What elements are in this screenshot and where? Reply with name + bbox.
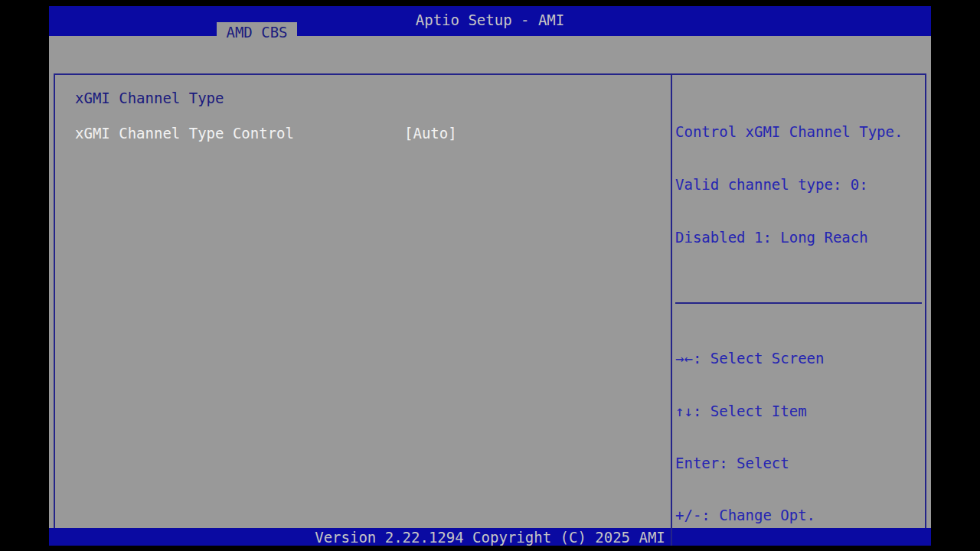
setup-body: xGMI Channel Type xGMI Channel Type Cont…	[49, 36, 931, 528]
menu-section-title: xGMI Channel Type	[75, 90, 224, 106]
tab-amd-cbs-label: AMD CBS	[226, 24, 287, 41]
setup-title: Aptio Setup - AMI	[49, 11, 931, 28]
hotkey-select-screen: →←: Select Screen	[675, 350, 928, 367]
hotkey-select-item: ↑↓: Select Item	[675, 403, 928, 420]
version-bar: Version 2.22.1294 Copyright (C) 2025 AMI	[49, 528, 931, 546]
menu-item-label: xGMI Channel Type Control	[75, 125, 294, 142]
hotkey-change-opt: +/-: Change Opt.	[675, 507, 928, 524]
menu-item-xgmi-channel-type-control[interactable]: xGMI Channel Type Control [Auto]	[49, 125, 671, 142]
bios-setup-screen: Aptio Setup - AMI AMD CBS xGMI Channel T…	[49, 6, 931, 546]
title-bar: Aptio Setup - AMI	[49, 6, 931, 36]
hotkey-legend: →←: Select Screen ↑↓: Select Item Enter:…	[675, 315, 928, 551]
hotkey-enter-select: Enter: Select	[675, 455, 928, 472]
help-panel-divider	[675, 302, 922, 304]
help-description-line: Valid channel type: 0:	[675, 176, 922, 194]
help-description-line: Control xGMI Channel Type.	[675, 123, 922, 141]
version-text: Version 2.22.1294 Copyright (C) 2025 AMI	[49, 529, 931, 546]
menu-item-value[interactable]: [Auto]	[404, 125, 457, 142]
help-description: Control xGMI Channel Type. Valid channel…	[675, 88, 922, 282]
help-description-line: Disabled 1: Long Reach	[675, 229, 922, 246]
tab-amd-cbs[interactable]: AMD CBS	[217, 22, 297, 40]
panel-vertical-divider	[671, 73, 672, 546]
